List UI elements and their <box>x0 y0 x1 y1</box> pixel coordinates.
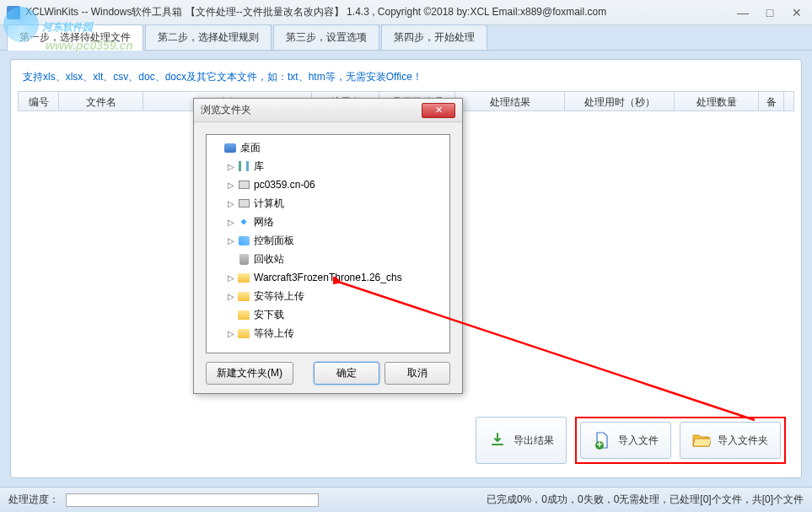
control-panel-icon <box>237 234 250 246</box>
tree-label: 桌面 <box>240 141 261 155</box>
col-number[interactable]: 编号 <box>19 92 59 110</box>
expander-icon[interactable]: ▷ <box>227 181 235 190</box>
library-icon <box>237 160 250 172</box>
tree-item-folder[interactable]: 安下载 <box>208 305 448 324</box>
folder-tree[interactable]: 桌面 ▷库 ▷pc0359.cn-06 ▷计算机 ▷网络 ▷控制面板 回收站 ▷… <box>206 134 450 353</box>
dialog-titlebar[interactable]: 浏览文件夹 ✕ <box>194 99 462 122</box>
import-folder-label: 导入文件夹 <box>718 434 768 448</box>
tree-item-folder[interactable]: ▷Warcraft3FrozenThrone1.26_chs <box>208 268 448 287</box>
tree-label: 控制面板 <box>254 234 294 248</box>
tree-item-user[interactable]: ▷pc0359.cn-06 <box>208 175 448 194</box>
expander-icon[interactable]: ▷ <box>227 292 235 301</box>
col-result[interactable]: 处理结果 <box>455 92 565 110</box>
dialog-close-button[interactable]: ✕ <box>422 103 455 118</box>
action-buttons: 导出结果 + 导入文件 导入文件夹 <box>476 417 786 464</box>
browse-folder-dialog: 浏览文件夹 ✕ 桌面 ▷库 ▷pc0359.cn-06 ▷计算机 ▷网络 ▷控制… <box>193 98 463 394</box>
col-time[interactable]: 处理用时（秒） <box>565 92 675 110</box>
tree-label: Warcraft3FrozenThrone1.26_chs <box>254 272 402 283</box>
step-tabs: 第一步，选择待处理文件 第二步，选择处理规则 第三步，设置选项 第四步，开始处理 <box>0 25 812 51</box>
progress-label: 处理进度： <box>8 493 59 507</box>
new-folder-button[interactable]: 新建文件夹(M) <box>206 362 293 385</box>
export-result-button[interactable]: 导出结果 <box>476 417 567 464</box>
titlebar: XCLWinKits -- Windows软件工具箱 【文件处理--文件批量改名… <box>0 0 812 25</box>
folder-icon <box>237 272 250 283</box>
tree-item-desktop[interactable]: 桌面 <box>208 138 448 157</box>
file-add-icon: + <box>593 431 611 450</box>
expander-icon[interactable]: ▷ <box>227 218 235 227</box>
tree-label: 等待上传 <box>254 326 294 341</box>
maximize-button[interactable]: □ <box>761 4 778 21</box>
ok-button[interactable]: 确定 <box>314 362 379 385</box>
tab-step3[interactable]: 第三步，设置选项 <box>273 24 379 50</box>
expander-icon[interactable]: ▷ <box>227 273 235 283</box>
expander-icon[interactable]: ▷ <box>227 236 235 245</box>
dialog-body: 桌面 ▷库 ▷pc0359.cn-06 ▷计算机 ▷网络 ▷控制面板 回收站 ▷… <box>194 122 462 393</box>
tree-label: 回收站 <box>254 252 284 267</box>
col-extra[interactable]: 备 <box>759 92 784 110</box>
tree-label: 网络 <box>254 215 274 229</box>
window-controls: ― □ ✕ <box>734 4 805 21</box>
progress-bar <box>66 493 319 507</box>
tree-label: 安下载 <box>254 308 284 322</box>
minimize-button[interactable]: ― <box>734 4 751 21</box>
export-result-label: 导出结果 <box>514 434 554 448</box>
tree-item-control-panel[interactable]: ▷控制面板 <box>208 231 448 250</box>
window-title: XCLWinKits -- Windows软件工具箱 【文件处理--文件批量改名… <box>25 5 734 19</box>
import-folder-button[interactable]: 导入文件夹 <box>680 422 781 459</box>
tree-item-library[interactable]: ▷库 <box>208 157 448 175</box>
tree-label: 计算机 <box>254 197 284 211</box>
tree-label: pc0359.cn-06 <box>254 179 315 191</box>
col-filename[interactable]: 文件名 <box>59 92 143 110</box>
dialog-buttons: 新建文件夹(M) 确定 取消 <box>206 362 450 385</box>
tree-item-network[interactable]: ▷网络 <box>208 213 448 231</box>
import-file-label: 导入文件 <box>618 434 659 448</box>
computer-icon <box>237 197 250 209</box>
recycle-bin-icon <box>237 253 250 265</box>
app-icon <box>7 6 20 19</box>
dialog-title: 浏览文件夹 <box>201 103 422 117</box>
folder-icon <box>237 327 250 339</box>
tree-label: 安等待上传 <box>254 289 304 304</box>
tree-item-computer[interactable]: ▷计算机 <box>208 194 448 213</box>
status-text: 已完成0%，0成功，0失败，0无需处理，已处理[0]个文件，共[0]个文件 <box>487 493 804 507</box>
col-count[interactable]: 处理数量 <box>675 92 759 110</box>
user-icon <box>237 179 250 191</box>
tab-step4[interactable]: 第四步，开始处理 <box>381 24 487 50</box>
expander-icon[interactable]: ▷ <box>227 199 235 208</box>
folder-icon <box>237 290 250 302</box>
statusbar: 处理进度： 已完成0%，0成功，0失败，0无需处理，已处理[0]个文件，共[0]… <box>0 487 812 512</box>
cancel-button[interactable]: 取消 <box>384 362 450 385</box>
desktop-icon <box>223 142 237 154</box>
close-button[interactable]: ✕ <box>788 4 805 21</box>
support-hint: 支持xls、xlsx、xlt、csv、doc、docx及其它文本文件，如：txt… <box>18 67 794 88</box>
tree-item-recycle-bin[interactable]: 回收站 <box>208 250 448 268</box>
tree-label: 库 <box>254 159 264 174</box>
network-icon <box>237 216 250 228</box>
tab-step1[interactable]: 第一步，选择待处理文件 <box>7 24 143 51</box>
expander-icon[interactable]: ▷ <box>227 329 235 338</box>
highlight-box: + 导入文件 导入文件夹 <box>575 417 786 464</box>
download-icon <box>488 431 507 450</box>
tab-step2[interactable]: 第二步，选择处理规则 <box>145 24 272 50</box>
folder-open-icon <box>692 431 711 450</box>
tree-item-folder[interactable]: ▷安等待上传 <box>208 287 448 305</box>
folder-icon <box>237 309 250 321</box>
tree-item-folder[interactable]: ▷等待上传 <box>208 324 448 342</box>
import-file-button[interactable]: + 导入文件 <box>580 422 671 459</box>
expander-icon[interactable]: ▷ <box>227 162 235 171</box>
svg-text:+: + <box>596 439 602 450</box>
